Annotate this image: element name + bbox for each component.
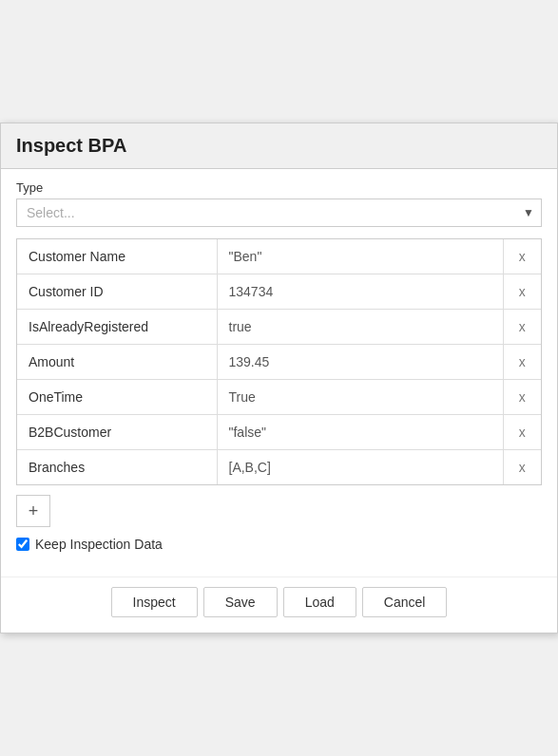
data-table: Customer Name"Ben"xCustomer ID134734xIsA… [17,239,541,484]
table-cell-key: Amount [17,345,217,380]
table-row: Amount139.45x [17,345,541,380]
table-cell-value: True [217,380,503,415]
load-button[interactable]: Load [283,587,356,617]
table-cell-key: B2BCustomer [17,415,217,450]
remove-row-button[interactable]: x [503,345,541,380]
inspect-bpa-dialog: Inspect BPA Type Select... ▼ Customer Na… [0,123,558,633]
table-cell-value: [A,B,C] [217,450,503,485]
type-label: Type [16,180,542,195]
keep-inspection-row: Keep Inspection Data [16,537,542,552]
remove-row-button[interactable]: x [503,274,541,310]
inspect-button[interactable]: Inspect [111,587,198,617]
cancel-button[interactable]: Cancel [362,587,448,617]
remove-row-button[interactable]: x [503,380,541,415]
remove-row-button[interactable]: x [503,239,541,274]
data-table-wrapper[interactable]: Customer Name"Ben"xCustomer ID134734xIsA… [16,238,542,485]
dialog-footer: Inspect Save Load Cancel [1,576,557,633]
remove-row-button[interactable]: x [503,450,541,485]
table-row: Branches[A,B,C]x [17,450,541,485]
table-cell-key: Branches [17,450,217,485]
table-row: Customer ID134734x [17,274,541,310]
table-cell-key: IsAlreadyRegistered [17,310,217,345]
table-cell-value: "Ben" [217,239,503,274]
table-row: OneTimeTruex [17,380,541,415]
type-select-wrapper: Select... ▼ [16,198,542,227]
type-select[interactable]: Select... [16,198,542,227]
table-cell-key: Customer Name [17,239,217,274]
table-cell-value: true [217,310,503,345]
table-row: Customer Name"Ben"x [17,239,541,274]
dialog-title: Inspect BPA [16,135,542,157]
table-cell-key: OneTime [17,380,217,415]
remove-row-button[interactable]: x [503,310,541,345]
table-cell-value: 134734 [217,274,503,310]
table-cell-key: Customer ID [17,274,217,310]
table-row: IsAlreadyRegisteredtruex [17,310,541,345]
remove-row-button[interactable]: x [503,415,541,450]
table-row: B2BCustomer"false"x [17,415,541,450]
dialog-body: Type Select... ▼ Customer Name"Ben"xCust… [1,169,557,576]
table-cell-value: "false" [217,415,503,450]
table-cell-value: 139.45 [217,345,503,380]
save-button[interactable]: Save [203,587,278,617]
keep-inspection-checkbox[interactable] [16,538,29,551]
keep-inspection-label[interactable]: Keep Inspection Data [35,537,163,552]
add-row-button[interactable]: + [16,495,50,527]
dialog-header: Inspect BPA [1,123,557,169]
